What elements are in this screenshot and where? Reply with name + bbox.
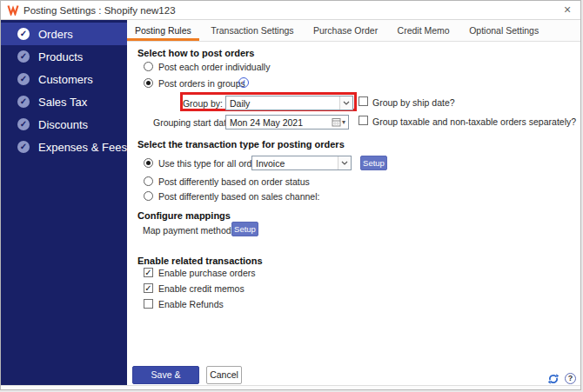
checkbox-group-taxable[interactable] [359,116,368,125]
radio-post-individually-label[interactable]: Post each order individually [158,62,270,72]
check-circle-icon: ✓ [17,96,30,108]
window-title: Posting Settings : Shopify new123 [23,5,176,16]
map-payment-methods-label: Map payment methods: [143,225,238,236]
tab-posting-rules[interactable]: Posting Rules [127,20,199,41]
check-circle-icon: ✓ [17,28,30,40]
sidebar-item-discounts[interactable]: ✓ Discounts [1,113,127,136]
radio-by-order-status-label[interactable]: Post differently based on order status [158,176,310,187]
checkbox-group-by-ship-date[interactable] [359,96,368,106]
check-circle-icon: ✓ [17,50,30,63]
checkbox-enable-credit-memos-label[interactable]: Enable credit memos [158,283,245,294]
close-icon[interactable]: × [554,1,580,19]
checkbox-enable-purchase-orders[interactable]: ✓ [144,268,153,277]
tab-bar: Posting Rules Transaction Settings Purch… [127,20,580,42]
main-panel: Posting Rules Transaction Settings Purch… [127,20,580,389]
grouping-start-date-field[interactable]: Mon 24 May 2021 ▾ [225,115,349,130]
radio-use-type-all[interactable] [144,158,153,168]
checkbox-enable-purchase-orders-label[interactable]: Enable purchase orders [158,268,256,278]
sidebar-item-customers[interactable]: ✓ Customers [1,68,127,90]
calendar-icon [332,117,341,127]
grouping-start-date-label: Grouping start date: [153,117,223,128]
sidebar: ✓ Orders ✓ Products ✓ Customers ✓ Sales … [1,20,127,388]
check-circle-icon: ✓ [17,118,30,130]
radio-by-sales-channel-label[interactable]: Post differently based on sales channel: [158,191,319,202]
tab-optional-settings[interactable]: Optional Settings [461,20,546,41]
sidebar-item-label: Customers [38,73,93,86]
title-bar: Posting Settings : Shopify new123 × [1,1,580,20]
save-continue-button[interactable]: Save & Continue [132,366,199,384]
sidebar-item-label: Sales Tax [38,96,87,109]
transaction-type-value: Invoice [252,158,338,169]
refresh-icon[interactable] [547,373,560,385]
section-heading-related-transactions: Enable related transactions [137,256,263,266]
posting-settings-window: Posting Settings : Shopify new123 × ✓ Or… [0,0,581,390]
section-heading-transaction-type: Select the transaction type for posting … [137,139,345,149]
checkbox-group-taxable-label[interactable]: Group taxable and non-taxable orders sep… [372,116,576,127]
checkbox-enable-credit-memos[interactable]: ✓ [144,283,153,293]
date-dropdown-arrow-icon[interactable]: ▾ [342,118,345,126]
info-icon[interactable]: i [238,77,249,88]
chevron-down-icon[interactable] [339,96,352,110]
chevron-down-icon[interactable] [338,156,351,169]
sidebar-item-label: Orders [38,28,73,41]
map-payment-methods-setup-button[interactable]: Setup [231,222,258,236]
radio-by-order-status[interactable] [144,176,153,186]
radio-post-in-groups-label[interactable]: Post orders in groups [158,78,245,89]
help-icon[interactable]: ? [565,373,576,384]
check-circle-icon: ✓ [17,73,30,85]
sidebar-item-orders[interactable]: ✓ Orders [1,23,127,45]
cancel-button[interactable]: Cancel [206,366,242,384]
grouping-start-date-value: Mon 24 May 2021 [226,117,332,128]
tab-purchase-order[interactable]: Purchase Order [305,20,385,41]
sidebar-item-products[interactable]: ✓ Products [1,45,127,68]
sidebar-item-label: Products [38,50,83,63]
radio-post-in-groups[interactable] [144,78,153,88]
sidebar-item-label: Expenses & Fees [38,141,127,154]
transaction-type-setup-button[interactable]: Setup [360,156,387,170]
group-by-value: Daily [226,98,339,109]
checkbox-enable-refunds[interactable] [144,299,153,309]
checkbox-group-by-ship-date-label[interactable]: Group by ship date? [372,97,455,108]
window-bottom-edge [1,385,580,389]
check-circle-icon: ✓ [17,141,30,153]
checkbox-enable-refunds-label[interactable]: Enable Refunds [158,299,224,309]
app-logo-icon [7,4,19,16]
tab-credit-memo[interactable]: Credit Memo [390,20,458,41]
sidebar-item-expenses-fees[interactable]: ✓ Expenses & Fees [1,136,127,158]
group-by-dropdown[interactable]: Daily [225,96,353,110]
sidebar-item-label: Discounts [38,118,88,131]
posting-rules-content: Select how to post orders Post each orde… [127,42,580,389]
sidebar-item-sales-tax[interactable]: ✓ Sales Tax [1,90,127,113]
group-by-label: Group by: [179,98,223,109]
section-heading-how-to-post: Select how to post orders [137,48,254,58]
tab-transaction-settings[interactable]: Transaction Settings [203,20,301,41]
radio-post-individually[interactable] [144,62,153,71]
radio-by-sales-channel[interactable] [144,191,153,201]
transaction-type-dropdown[interactable]: Invoice [251,156,352,170]
section-heading-configure-mappings: Configure mappings [137,210,231,221]
